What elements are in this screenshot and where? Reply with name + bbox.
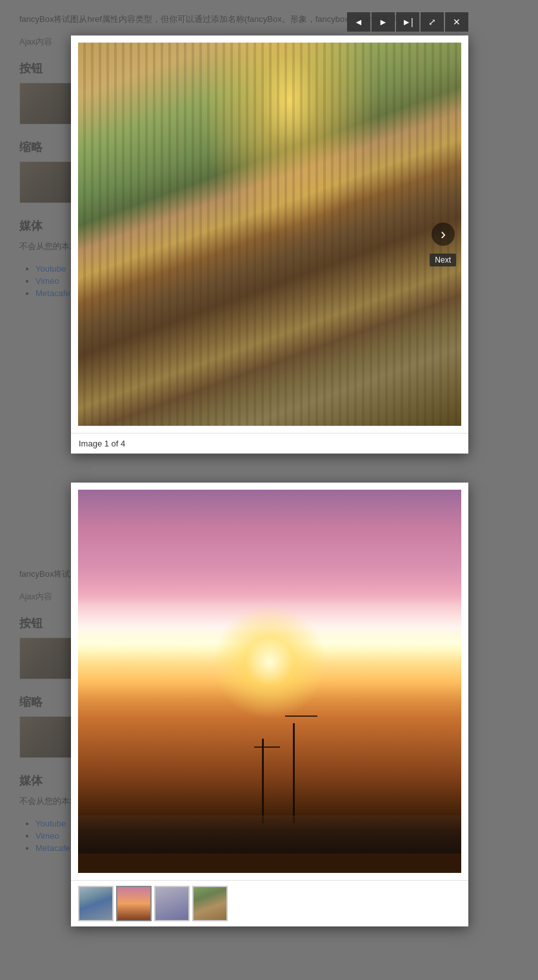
toolbar-play-btn[interactable]: ►	[372, 12, 395, 32]
thumb-eiffel[interactable]	[78, 886, 114, 921]
thumbs-row	[71, 880, 468, 926]
next-tooltip: Next	[430, 254, 456, 266]
next-circle-btn[interactable]	[432, 223, 455, 246]
toolbar-prev-btn[interactable]: ◄	[347, 12, 370, 32]
thumb-forest[interactable]	[192, 886, 228, 921]
sunset-image	[78, 490, 461, 873]
lightbox-skin-bottom	[71, 490, 468, 926]
lightbox-skin-top: ◄ ► ►| ⤢ ✕ Next Image 1 of 4	[71, 43, 468, 454]
mast-2	[293, 723, 295, 823]
forest-image	[78, 43, 461, 426]
caption-top: Image 1 of 4	[71, 433, 468, 454]
thumb-gray[interactable]	[154, 886, 190, 921]
toolbar-top: ◄ ► ►| ⤢ ✕	[347, 12, 468, 32]
water-reflection	[78, 815, 461, 854]
lightbox-image-top: Next	[78, 43, 461, 426]
lightbox-top: ◄ ► ►| ⤢ ✕ Next Image 1 of 4	[71, 35, 468, 454]
toolbar-expand-btn[interactable]: ⤢	[421, 12, 444, 32]
mast-1	[262, 739, 264, 823]
toolbar-close-btn[interactable]: ✕	[445, 12, 468, 32]
mast-boom-1	[254, 746, 280, 748]
mast-boom-2	[285, 715, 317, 717]
toolbar-next-btn[interactable]: ►|	[396, 12, 419, 32]
boat-masts	[78, 701, 461, 854]
lightbox-image-bottom	[78, 490, 461, 873]
lightbox-bottom	[71, 483, 468, 926]
thumb-sunset-active[interactable]	[116, 886, 152, 921]
